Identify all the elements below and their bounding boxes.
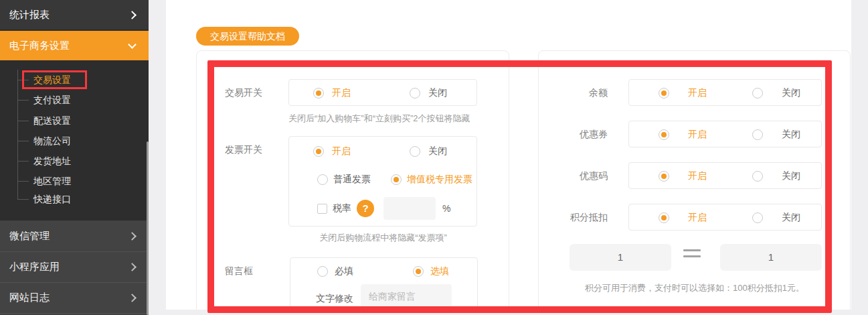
sidebar-item-wechat-management[interactable]: 微信管理 — [0, 220, 149, 251]
sidebar-item-label: 地区管理 — [33, 176, 71, 186]
chevron-right-icon — [128, 232, 137, 241]
radio-label: 开启 — [688, 87, 707, 99]
radio-label: 开启 — [688, 129, 707, 141]
invoice-switch-label: 发票开关 — [225, 136, 262, 163]
message-box: 必填 选填 文字修改 给商家留言 — [290, 257, 478, 310]
invoice-switch-helper: 关闭后购物流程中将隐藏“发票项” — [288, 232, 478, 244]
tax-rate-checkbox[interactable] — [317, 204, 327, 214]
balance-switch-box: 开启 关闭 — [628, 79, 822, 106]
sidebar-item-label: 微信管理 — [9, 230, 129, 243]
radio-label: 开启 — [332, 145, 351, 158]
promo-code-switch-box: 开启 关闭 — [628, 162, 822, 189]
points-deduction-switch-box: 开启 关闭 — [628, 204, 822, 231]
sidebar-item-label: 统计报表 — [9, 9, 129, 21]
radio-label: 关闭 — [428, 145, 447, 158]
radio-option-vat-invoice[interactable]: 增值税专用发票 — [391, 174, 472, 186]
sidebar-item-logistics-company[interactable]: 物流公司 — [0, 131, 149, 151]
coupon-label: 优惠券 — [539, 121, 608, 147]
sidebar-item-delivery-settings[interactable]: 配送设置 — [0, 111, 149, 131]
tree-tick — [17, 199, 29, 200]
tree-tick — [17, 100, 29, 101]
radio-selected-icon[interactable] — [659, 88, 669, 99]
sidebar-sections: 微信管理 小程序应用 网站日志 — [0, 220, 149, 315]
radio-label: 开启 — [332, 87, 351, 99]
radio-option-on[interactable]: 开启 — [659, 129, 707, 141]
radio-label: 关闭 — [782, 212, 800, 224]
tax-rate-input[interactable] — [383, 197, 436, 220]
merchant-message-input[interactable]: 给商家留言 — [361, 284, 452, 310]
radio-label: 必填 — [335, 265, 353, 277]
chevron-down-icon — [128, 40, 137, 49]
radio-label: 关闭 — [782, 170, 800, 182]
promo-code-label: 优惠码 — [539, 162, 608, 189]
radio-selected-icon[interactable] — [659, 171, 669, 182]
radio-selected-icon[interactable] — [391, 174, 402, 185]
sidebar-item-website-logs[interactable]: 网站日志 — [0, 282, 149, 313]
radio-option-on[interactable]: 开启 — [313, 87, 351, 99]
radio-unselected-icon[interactable] — [317, 266, 328, 277]
chevron-right-icon — [128, 294, 137, 302]
radio-option-on[interactable]: 开启 — [659, 212, 707, 224]
radio-option-required[interactable]: 必填 — [317, 265, 353, 277]
sidebar: 统计报表 电子商务设置 交易设置 支付设置 配送设置 物流公司 发货地址 地区管… — [0, 0, 149, 315]
radio-option-optional[interactable]: 选填 — [413, 265, 449, 277]
radio-option-on[interactable]: 开启 — [659, 170, 707, 182]
transaction-switch-box: 开启 关闭 — [288, 79, 477, 106]
radio-option-off[interactable]: 关闭 — [752, 212, 800, 224]
sidebar-item-region-management[interactable]: 地区管理 — [0, 171, 149, 191]
help-doc-button[interactable]: 交易设置帮助文档 — [196, 27, 299, 46]
money-value-input[interactable]: 1 — [720, 244, 822, 271]
tree-tick — [17, 161, 29, 162]
radio-unselected-icon[interactable] — [410, 88, 420, 99]
tax-rate-label: 税率 — [333, 202, 351, 214]
sidebar-item-express-interface[interactable]: 快递接口 — [0, 189, 149, 209]
marketing-settings-panel: 余额 优惠券 优惠码 积分抵扣 开启 关闭 — [538, 50, 851, 310]
radio-label: 关闭 — [428, 87, 447, 99]
radio-label: 开启 — [688, 170, 707, 182]
points-value-input[interactable]: 1 — [570, 244, 671, 271]
radio-unselected-icon[interactable] — [752, 212, 763, 223]
sidebar-item-ecommerce-settings[interactable]: 电子商务设置 — [0, 31, 149, 60]
sidebar-item-label: 快递接口 — [33, 194, 71, 204]
radio-label: 关闭 — [782, 129, 800, 141]
sidebar-item-shipping-address[interactable]: 发货地址 — [0, 151, 149, 171]
question-help-icon[interactable]: ? — [357, 200, 374, 217]
radio-selected-icon[interactable] — [413, 266, 424, 277]
radio-option-off[interactable]: 关闭 — [410, 87, 447, 99]
radio-option-normal-invoice[interactable]: 普通发票 — [317, 174, 371, 186]
radio-option-off[interactable]: 关闭 — [752, 129, 800, 141]
radio-unselected-icon[interactable] — [410, 146, 420, 157]
transaction-settings-panel: 交易开关 开启 关闭 关闭后“加入购物车”和“立刻购买”2个按钮将隐藏 发票开关 — [196, 50, 509, 310]
sidebar-item-payment-settings[interactable]: 支付设置 — [0, 90, 149, 110]
sidebar-item-transaction-settings[interactable]: 交易设置 — [0, 70, 149, 90]
radio-option-on[interactable]: 开启 — [313, 145, 351, 158]
sidebar-item-statistics-report[interactable]: 统计报表 — [0, 0, 149, 29]
radio-selected-icon[interactable] — [659, 212, 669, 223]
chevron-right-icon — [128, 263, 137, 271]
sidebar-scrollbar[interactable] — [147, 141, 149, 315]
transaction-switch-label: 交易开关 — [225, 79, 262, 106]
radio-selected-icon[interactable] — [313, 146, 324, 157]
radio-option-off[interactable]: 关闭 — [752, 170, 800, 182]
radio-option-on[interactable]: 开启 — [659, 87, 707, 99]
tree-tick — [17, 80, 29, 80]
radio-unselected-icon[interactable] — [752, 88, 763, 99]
radio-option-off[interactable]: 关闭 — [410, 145, 447, 158]
radio-label: 关闭 — [782, 87, 800, 99]
sidebar-item-miniprogram-app[interactable]: 小程序应用 — [0, 251, 149, 282]
percent-unit: % — [442, 203, 450, 214]
sidebar-item-label: 物流公司 — [33, 135, 71, 146]
coupon-switch-box: 开启 关闭 — [628, 121, 822, 147]
radio-unselected-icon[interactable] — [752, 171, 763, 182]
sidebar-item-label: 小程序应用 — [9, 261, 129, 273]
points-helper: 积分可用于消费，支付时可以选择如：100积分抵扣1元。 — [561, 282, 829, 294]
radio-label: 普通发票 — [333, 174, 371, 186]
radio-option-off[interactable]: 关闭 — [752, 87, 800, 99]
message-box-label: 留言框 — [225, 257, 253, 284]
tree-tick — [17, 121, 29, 121]
sidebar-item-label: 配送设置 — [33, 115, 71, 126]
radio-selected-icon[interactable] — [313, 88, 324, 99]
radio-unselected-icon[interactable] — [752, 129, 763, 140]
radio-unselected-icon[interactable] — [317, 174, 328, 185]
radio-selected-icon[interactable] — [659, 129, 669, 140]
